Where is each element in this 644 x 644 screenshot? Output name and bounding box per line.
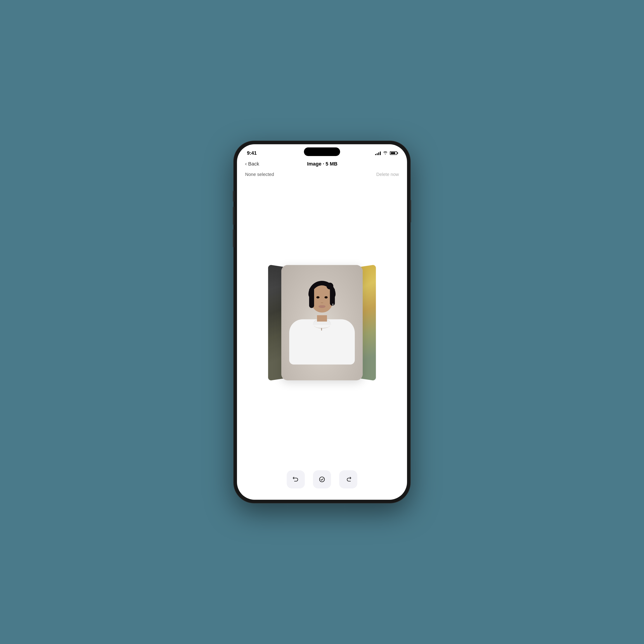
signal-bar-3 bbox=[378, 152, 379, 155]
selection-bar: None selected Delete now bbox=[237, 170, 407, 182]
share-button[interactable] bbox=[339, 470, 357, 488]
mute-button bbox=[233, 191, 234, 202]
signal-bar-2 bbox=[377, 153, 378, 155]
main-image-card[interactable] bbox=[281, 265, 363, 380]
wifi-icon bbox=[383, 151, 388, 156]
phone-screen: 9:41 bbox=[237, 144, 407, 500]
signal-icon bbox=[375, 151, 381, 155]
nav-title: Image · 5 MB bbox=[246, 161, 399, 167]
dynamic-island bbox=[304, 147, 340, 156]
undo-button[interactable] bbox=[287, 470, 305, 488]
content-area bbox=[237, 182, 407, 464]
svg-point-0 bbox=[320, 477, 324, 482]
check-button[interactable] bbox=[313, 470, 331, 488]
status-icons bbox=[375, 151, 397, 156]
battery-fill bbox=[391, 152, 395, 154]
none-selected-label: None selected bbox=[245, 172, 274, 177]
status-bar: 9:41 bbox=[237, 144, 407, 158]
navigation-bar: ‹ Back Image · 5 MB bbox=[237, 158, 407, 170]
delete-now-button[interactable]: Delete now bbox=[376, 172, 399, 177]
toolbar bbox=[237, 464, 407, 500]
volume-down-button bbox=[233, 229, 234, 247]
status-time: 9:41 bbox=[247, 150, 257, 156]
signal-bar-4 bbox=[380, 152, 381, 155]
battery-icon bbox=[390, 151, 397, 155]
image-stack[interactable] bbox=[275, 259, 369, 386]
signal-bar-1 bbox=[375, 154, 376, 155]
phone-device: 9:41 bbox=[234, 141, 410, 503]
power-button bbox=[410, 200, 411, 223]
volume-up-button bbox=[233, 207, 234, 225]
